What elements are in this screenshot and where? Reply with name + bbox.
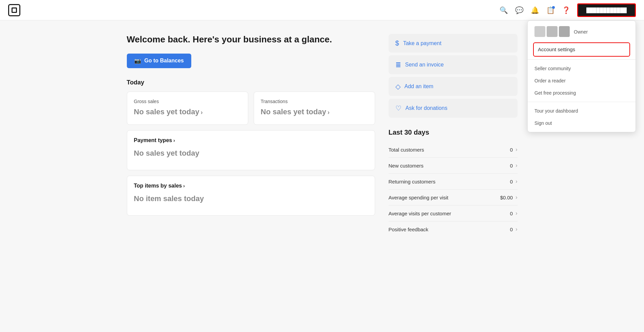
avatar-3 <box>559 26 570 37</box>
metric-avg-visits[interactable]: Average visits per customer 0 › <box>389 206 518 221</box>
metric-returning-customers-label: Returning customers <box>389 179 435 184</box>
transactions-text: No sales yet today <box>261 108 326 116</box>
metric-avg-spending[interactable]: Average spending per visit $0.00 › <box>389 190 518 206</box>
dropdown-avatar-group <box>534 26 570 37</box>
today-section-title: Today <box>127 79 375 86</box>
payment-types-card: Payment types › No sales yet today <box>127 130 375 170</box>
metric-total-customers[interactable]: Total customers 0 › <box>389 142 518 158</box>
metric-new-customers-label: New customers <box>389 163 424 169</box>
avatar-1 <box>534 26 545 37</box>
account-dropdown: Owner Account settings Seller community … <box>527 20 636 132</box>
account-settings-item[interactable]: Account settings <box>533 42 630 57</box>
diamond-icon: ◇ <box>395 82 401 91</box>
dropdown-item-tour-dashboard[interactable]: Tour your dashboard <box>528 105 636 117</box>
metric-avg-visits-chevron[interactable]: › <box>515 210 517 216</box>
dropdown-item-seller-community[interactable]: Seller community <box>528 62 636 75</box>
add-item-label: Add an item <box>405 83 433 90</box>
send-invoice-label: Send an invoice <box>405 62 444 68</box>
metric-avg-visits-label: Average visits per customer <box>389 211 451 216</box>
go-to-balances-button[interactable]: 📷 Go to Balances <box>127 54 191 68</box>
top-items-label: Top items by sales <box>134 183 182 189</box>
metric-returning-customers-right: 0 › <box>510 178 518 184</box>
take-payment-button[interactable]: $ Take a payment <box>389 34 518 53</box>
transactions-card: Transactions No sales yet today› <box>254 92 375 125</box>
gross-sales-label: Gross sales <box>134 99 241 104</box>
balances-btn-label: Go to Balances <box>144 58 184 64</box>
metric-positive-feedback[interactable]: Positive feedback 0 › <box>389 221 518 237</box>
metric-avg-spending-right: $0.00 › <box>500 194 518 200</box>
send-invoice-button[interactable]: ≣ Send an invoice <box>389 55 518 74</box>
balances-icon: 📷 <box>134 58 141 64</box>
ask-donations-label: Ask for donations <box>406 105 448 111</box>
heart-icon: ♡ <box>395 104 402 112</box>
metric-avg-visits-value: 0 <box>510 211 513 216</box>
last30-title: Last 30 days <box>389 129 518 136</box>
metric-avg-spending-value: $0.00 <box>500 195 513 200</box>
nav-left <box>8 4 20 16</box>
nav-right: 🔍 💬 🔔 📋 ❓ ████████████ <box>499 3 636 17</box>
gross-sales-value[interactable]: No sales yet today› <box>134 108 241 116</box>
square-logo-icon <box>8 4 20 16</box>
gross-sales-card: Gross sales No sales yet today› <box>127 92 248 125</box>
main-layout: Welcome back. Here's your business at a … <box>119 20 526 245</box>
dropdown-user-section: Owner <box>528 26 636 41</box>
dropdown-item-sign-out[interactable]: Sign out <box>528 117 636 129</box>
dropdown-item-free-processing[interactable]: Get free processing <box>528 87 636 99</box>
metric-total-customers-value: 0 <box>510 147 513 153</box>
help-icon[interactable]: ❓ <box>562 5 571 15</box>
payment-types-title[interactable]: Payment types › <box>134 137 368 143</box>
square-logo-inner <box>12 7 17 13</box>
notification-badge <box>552 6 555 9</box>
invoice-icon: ≣ <box>395 61 401 69</box>
dropdown-user-info: Owner <box>574 28 588 35</box>
search-icon[interactable]: 🔍 <box>499 5 509 15</box>
payment-types-label: Payment types <box>134 137 172 143</box>
dropdown-divider-1 <box>528 59 636 60</box>
metric-positive-feedback-chevron[interactable]: › <box>515 226 517 232</box>
payment-types-empty: No sales yet today <box>134 149 368 158</box>
dropdown-role: Owner <box>574 29 588 35</box>
gross-sales-arrow: › <box>201 109 203 116</box>
top-items-empty: No item sales today <box>134 194 368 203</box>
metric-new-customers-chevron[interactable]: › <box>515 162 517 169</box>
metric-total-customers-label: Total customers <box>389 147 424 153</box>
top-items-arrow: › <box>182 183 185 189</box>
right-column: $ Take a payment ≣ Send an invoice ◇ Add… <box>389 34 518 237</box>
welcome-heading: Welcome back. Here's your business at a … <box>127 34 375 45</box>
metric-positive-feedback-label: Positive feedback <box>389 227 429 232</box>
metric-returning-customers-chevron[interactable]: › <box>515 178 517 184</box>
metric-returning-customers-value: 0 <box>510 179 513 184</box>
add-item-button[interactable]: ◇ Add an item <box>389 77 518 96</box>
dropdown-item-order-reader[interactable]: Order a reader <box>528 75 636 87</box>
transactions-arrow: › <box>328 109 330 116</box>
metric-avg-visits-right: 0 › <box>510 210 518 216</box>
dropdown-divider-2 <box>528 102 636 102</box>
metric-total-customers-right: 0 › <box>510 147 518 153</box>
metric-avg-spending-label: Average spending per visit <box>389 195 449 200</box>
take-payment-label: Take a payment <box>403 40 442 46</box>
top-navigation: 🔍 💬 🔔 📋 ❓ ████████████ <box>0 0 644 20</box>
metric-new-customers-value: 0 <box>510 163 513 169</box>
payment-types-arrow: › <box>172 138 175 143</box>
chat-icon[interactable]: 💬 <box>515 5 524 15</box>
bell-icon[interactable]: 🔔 <box>530 5 540 15</box>
transactions-label: Transactions <box>261 99 368 104</box>
account-settings-label: Account settings <box>538 46 575 52</box>
metric-positive-feedback-value: 0 <box>510 227 513 232</box>
avatar-2 <box>547 26 558 37</box>
metric-returning-customers[interactable]: Returning customers 0 › <box>389 174 518 190</box>
ask-donations-button[interactable]: ♡ Ask for donations <box>389 99 518 118</box>
gross-sales-text: No sales yet today <box>134 108 199 116</box>
metric-avg-spending-chevron[interactable]: › <box>515 194 517 200</box>
clipboard-icon[interactable]: 📋 <box>546 5 555 15</box>
metric-positive-feedback-right: 0 › <box>510 226 518 232</box>
metric-new-customers[interactable]: New customers 0 › <box>389 158 518 174</box>
metric-new-customers-right: 0 › <box>510 162 518 169</box>
dollar-icon: $ <box>395 39 399 47</box>
stats-cards-row: Gross sales No sales yet today› Transact… <box>127 92 375 125</box>
metric-total-customers-chevron[interactable]: › <box>515 147 517 153</box>
account-button[interactable]: ████████████ <box>577 3 636 17</box>
left-column: Welcome back. Here's your business at a … <box>127 34 375 237</box>
top-items-title[interactable]: Top items by sales › <box>134 183 368 189</box>
transactions-value[interactable]: No sales yet today› <box>261 108 368 116</box>
